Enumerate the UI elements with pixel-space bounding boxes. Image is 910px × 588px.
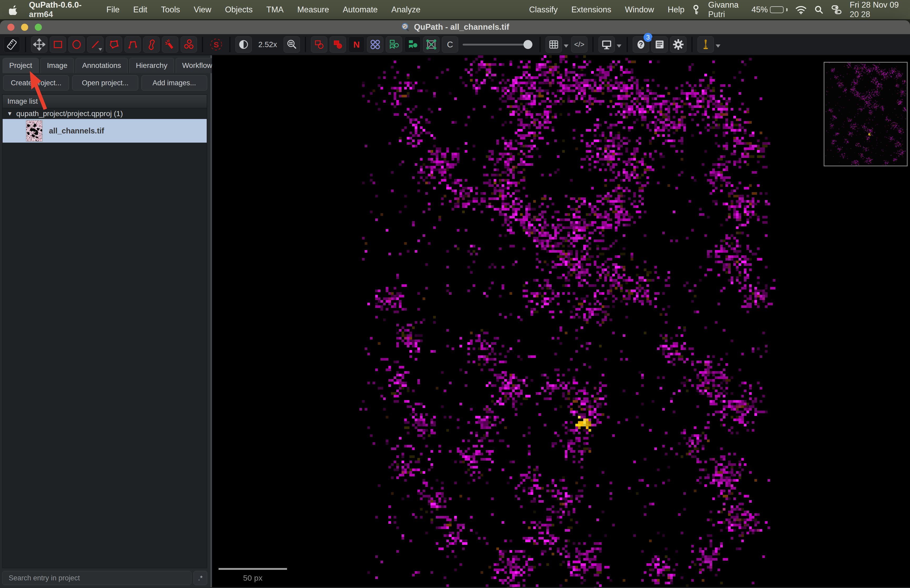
menu-item-window[interactable]: Window (618, 5, 661, 15)
move-tool-button[interactable] (31, 36, 47, 53)
spotlight-search-icon[interactable] (815, 5, 823, 14)
image-list-item-selected[interactable]: all_channels.tif (3, 119, 207, 143)
log-viewer-button[interactable] (651, 36, 668, 53)
project-actions: Create project... Open project... Add im… (0, 73, 210, 93)
measurement-table-caret[interactable] (564, 44, 569, 48)
key-icon[interactable] (692, 5, 700, 15)
script-editor-button[interactable]: </> (571, 36, 587, 53)
menu-item-help[interactable]: Help (661, 5, 692, 15)
show-tma-grid-button[interactable] (367, 36, 383, 53)
names-n-label: N (353, 39, 360, 50)
script-label: </> (574, 40, 584, 49)
create-project-button[interactable]: Create project... (3, 75, 69, 90)
status-clock[interactable]: Fri 28 Nov 09 20 28 (850, 0, 901, 19)
regex-toggle-button[interactable]: .* (194, 571, 207, 585)
ellipse-tool-button[interactable] (68, 36, 85, 53)
channel-viewer-button[interactable]: C (442, 36, 458, 53)
slide-canvas[interactable] (212, 55, 908, 587)
help-notification-badge: 3 (643, 33, 653, 42)
menu-item-edit[interactable]: Edit (126, 5, 154, 15)
project-node-label[interactable]: qupath_project/project.qpproj (1) (16, 110, 123, 118)
menu-item-objects[interactable]: Objects (218, 5, 260, 15)
help-button[interactable]: ? 3 (633, 36, 649, 53)
points-tool-button[interactable] (181, 36, 197, 53)
left-panel: Project Image Annotations Hierarchy Work… (0, 55, 210, 587)
menu-item-view[interactable]: View (187, 5, 218, 15)
fill-detections-button[interactable] (404, 36, 421, 53)
project-tree-root[interactable]: ▼ qupath_project/project.qpproj (1) (3, 108, 207, 119)
show-annotations-button[interactable] (311, 36, 327, 53)
menu-item-extensions[interactable]: Extensions (564, 5, 618, 15)
menu-bar: QuPath-0.6.0-arm64 File Edit Tools View … (0, 0, 910, 19)
polygon-tool-button[interactable] (106, 36, 122, 53)
overlay-pin-button[interactable] (698, 36, 714, 53)
opacity-slider[interactable] (462, 36, 532, 53)
selection-s-label: S (213, 40, 219, 49)
image-thumbnail (26, 121, 42, 141)
display-settings-caret[interactable] (617, 44, 621, 48)
show-names-button[interactable]: N (348, 36, 365, 53)
overlay-pin-caret[interactable] (716, 44, 721, 48)
panel-tabs: Project Image Annotations Hierarchy Work… (0, 55, 210, 73)
window-title: QuPath - all_channels.tif (414, 23, 509, 32)
menu-item-automate[interactable]: Automate (336, 5, 385, 15)
line-tool-button[interactable] (87, 36, 103, 53)
add-images-button[interactable]: Add images... (141, 75, 207, 90)
menu-item-tools[interactable]: Tools (154, 5, 187, 15)
status-area: Givanna Putri 45% Fri 28 Nov 09 20 28 (692, 0, 901, 19)
tab-annotations[interactable]: Annotations (76, 58, 128, 73)
tree-disclosure-icon[interactable]: ▼ (7, 110, 13, 117)
svg-text:?: ? (639, 40, 643, 48)
toolbar: S 2.52x N C (0, 34, 910, 55)
close-button[interactable] (7, 24, 15, 31)
battery-percent: 45% (752, 5, 768, 15)
qupath-window: QuPath - all_channels.tif (0, 20, 910, 588)
title-bar[interactable]: QuPath - all_channels.tif (0, 20, 910, 34)
opacity-slider-thumb[interactable] (524, 40, 532, 49)
status-user[interactable]: Givanna Putri (708, 0, 744, 19)
apple-menu-icon[interactable] (9, 5, 18, 15)
measurement-table-button[interactable] (546, 36, 562, 53)
zoom-button[interactable] (35, 24, 42, 31)
display-settings-button[interactable] (598, 36, 615, 53)
wifi-icon[interactable] (795, 5, 807, 14)
minimize-button[interactable] (21, 24, 28, 31)
menu-item-classify[interactable]: Classify (522, 5, 564, 15)
show-detections-button[interactable] (386, 36, 402, 53)
search-input[interactable] (2, 571, 191, 585)
menu-item-tma[interactable]: TMA (260, 5, 291, 15)
measure-line-tool-button[interactable] (4, 36, 20, 53)
brightness-contrast-button[interactable] (235, 36, 252, 53)
menu-item-measure[interactable]: Measure (291, 5, 336, 15)
polyline-tool-button[interactable] (124, 36, 141, 53)
control-center-icon[interactable] (831, 5, 842, 14)
pixel-classification-button[interactable] (423, 36, 440, 53)
tab-image[interactable]: Image (40, 58, 74, 73)
zoom-to-fit-button[interactable] (284, 36, 300, 53)
channel-c-label: C (447, 40, 453, 50)
menu-item-analyze[interactable]: Analyze (385, 5, 427, 15)
image-filename: all_channels.tif (49, 127, 104, 135)
rectangle-tool-button[interactable] (50, 36, 66, 53)
tab-hierarchy[interactable]: Hierarchy (129, 58, 174, 73)
line-tool-caret[interactable] (99, 48, 102, 51)
fill-annotations-button[interactable] (330, 36, 346, 53)
magnification-value[interactable]: 2.52x (258, 40, 277, 49)
image-viewer[interactable]: 50 px (212, 55, 910, 587)
menu-item-file[interactable]: File (100, 5, 126, 15)
open-project-button[interactable]: Open project... (72, 75, 138, 90)
project-search-row: .* (2, 571, 207, 585)
image-list-container: Image list ▼ qupath_project/project.qppr… (2, 94, 207, 568)
battery-icon (770, 6, 784, 13)
overview-canvas[interactable] (824, 63, 907, 166)
menu-app-name[interactable]: QuPath-0.6.0-arm64 (29, 0, 95, 19)
tab-project[interactable]: Project (3, 58, 39, 73)
wand-tool-button[interactable] (162, 36, 178, 53)
battery-indicator[interactable]: 45% (752, 5, 787, 15)
qupath-app-icon (401, 23, 410, 32)
preferences-gear-button[interactable] (670, 36, 687, 53)
image-list-header: Image list (3, 95, 207, 108)
selection-mode-button[interactable]: S (208, 36, 224, 53)
overview-map[interactable] (824, 62, 908, 166)
brush-tool-button[interactable] (143, 36, 160, 53)
